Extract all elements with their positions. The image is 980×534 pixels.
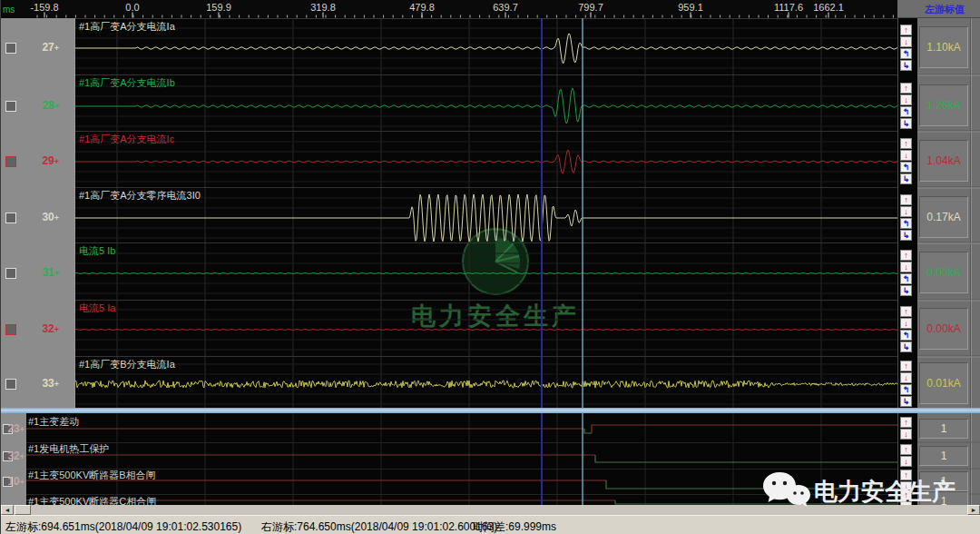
axis-tick-label: 1662.1 — [813, 2, 844, 13]
axis-tick-label: 959.1 — [678, 2, 703, 13]
scroll-left-button[interactable]: ◄ — [1, 505, 14, 515]
trace-marker-icon: + — [20, 478, 24, 487]
right-panel-header: 左游标值 — [897, 0, 980, 18]
center-watermark: 电力安全生产 — [409, 225, 582, 327]
channel-number: 28+ — [35, 99, 59, 112]
status-time-diff: 时间差:69.999ms — [473, 519, 556, 534]
amp-up-icon[interactable]: ↑ — [900, 250, 912, 261]
amp-up-icon[interactable]: ↑ — [900, 25, 912, 35]
fault-recorder-window: ms -159.80.0159.9319.8479.8639.7799.7959… — [0, 0, 980, 534]
move-down-icon[interactable]: ↳ — [900, 230, 912, 241]
move-up-icon[interactable]: ↰ — [900, 48, 912, 59]
scroll-thumb[interactable] — [15, 505, 31, 515]
amp-up-icon[interactable]: ↑ — [900, 306, 912, 317]
amp-down-icon[interactable]: ↓ — [900, 150, 912, 161]
channel-number: 27+ — [35, 41, 59, 54]
channel-number: 30+ — [35, 211, 59, 223]
axis-tick-label: -159.8 — [30, 2, 58, 13]
amp-up-icon[interactable]: ↑ — [900, 83, 912, 94]
trace-marker-icon: + — [20, 425, 24, 434]
time-unit-label: ms — [3, 5, 15, 15]
axis-tick-label: 1117.6 — [774, 2, 803, 13]
amp-down-icon[interactable]: ↓ — [900, 36, 912, 47]
channel-checkbox[interactable] — [5, 379, 16, 390]
trace-marker-icon: + — [54, 102, 59, 111]
analog-digital-separator — [1, 408, 980, 413]
value-panel-divider — [970, 18, 972, 505]
channel-number: 10+ — [6, 475, 24, 488]
right-panel-title: 左游标值 — [925, 3, 965, 16]
trace-marker-icon: + — [20, 452, 24, 461]
wechat-icon — [761, 469, 812, 512]
amp-up-icon[interactable]: ↑ — [900, 361, 912, 371]
time-ruler: ms -159.80.0159.9319.8479.8639.7799.7959… — [1, 0, 897, 18]
amp-up-icon[interactable]: ↑ — [900, 417, 912, 428]
power-safety-logo-icon — [459, 225, 532, 298]
status-bar: 左游标:694.651ms(2018/04/09 19:01:02.530165… — [1, 515, 980, 534]
center-watermark-text: 电力安全生产 — [409, 300, 582, 332]
trace-marker-icon: + — [54, 269, 59, 278]
channel-number: 23+ — [6, 422, 24, 435]
move-up-icon[interactable]: ↰ — [900, 273, 912, 284]
amp-down-icon[interactable]: ↓ — [900, 206, 912, 217]
move-down-icon[interactable]: ↳ — [900, 118, 912, 129]
amp-down-icon[interactable]: ↓ — [900, 372, 912, 383]
axis-tick-label: 639.7 — [493, 2, 518, 13]
trace-marker-icon: + — [54, 213, 59, 222]
move-up-icon[interactable]: ↰ — [900, 162, 912, 173]
status-left-cursor: 左游标:694.651ms(2018/04/09 19:01:02.530165… — [5, 519, 241, 534]
move-down-icon[interactable]: ↳ — [900, 341, 912, 352]
channel-number: 29+ — [35, 154, 59, 167]
move-up-icon[interactable]: ↰ — [900, 330, 912, 341]
amp-up-icon[interactable]: ↑ — [900, 444, 912, 455]
trace-marker-icon: + — [54, 325, 59, 334]
channel-checkbox[interactable] — [5, 213, 16, 223]
move-down-icon[interactable]: ↳ — [900, 173, 912, 184]
axis-tick-label: 479.8 — [409, 2, 435, 13]
amp-down-icon[interactable]: ↓ — [900, 318, 912, 329]
channel-number: 31+ — [35, 266, 59, 279]
channel-number: 33+ — [35, 377, 59, 390]
trace-marker-icon: + — [54, 157, 59, 166]
corner-watermark: 电力安全生产 — [761, 469, 980, 512]
analog-plot-area[interactable] — [75, 18, 897, 409]
cursor-value-panel — [917, 18, 980, 505]
axis-tick-label: 0.0 — [125, 2, 139, 13]
amp-down-icon[interactable]: ↓ — [900, 429, 912, 440]
axis-tick-label: 159.9 — [206, 2, 231, 13]
amp-down-icon[interactable]: ↓ — [900, 94, 912, 105]
axis-tick-label: 799.7 — [578, 2, 603, 13]
trace-marker-icon: + — [54, 380, 59, 389]
channel-checkbox[interactable] — [5, 101, 16, 112]
channel-checkbox[interactable] — [5, 324, 16, 335]
corner-watermark-text: 电力安全生产 — [814, 476, 956, 508]
move-down-icon[interactable]: ↳ — [900, 60, 912, 71]
trace-marker-icon: + — [54, 44, 59, 53]
channel-number: 32+ — [35, 322, 59, 335]
amp-up-icon[interactable]: ↑ — [900, 194, 912, 205]
status-right-cursor: 右游标:764.650ms(2018/04/09 19:01:02.600163… — [261, 519, 497, 534]
move-up-icon[interactable]: ↰ — [900, 384, 912, 395]
channel-number: 32+ — [6, 450, 24, 462]
amp-down-icon[interactable]: ↓ — [900, 456, 912, 467]
move-down-icon[interactable]: ↳ — [900, 285, 912, 296]
move-down-icon[interactable]: ↳ — [900, 396, 912, 407]
move-up-icon[interactable]: ↰ — [900, 218, 912, 229]
axis-tick-label: 319.8 — [310, 2, 336, 13]
channel-checkbox[interactable] — [5, 268, 16, 279]
amp-up-icon[interactable]: ↑ — [900, 138, 912, 149]
channel-checkbox[interactable] — [5, 156, 16, 167]
amp-down-icon[interactable]: ↓ — [900, 262, 912, 272]
channel-checkbox[interactable] — [5, 43, 16, 54]
move-up-icon[interactable]: ↰ — [900, 106, 912, 117]
